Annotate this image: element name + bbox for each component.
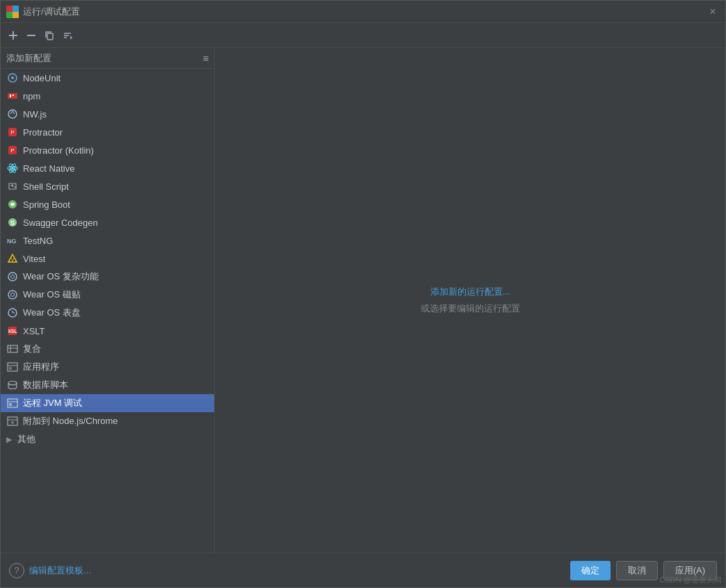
list-item[interactable]: Wear OS 磁贴 bbox=[1, 286, 214, 304]
cancel-button[interactable]: 取消 bbox=[616, 561, 658, 580]
dialog: 运行/调试配置 × bbox=[0, 0, 726, 588]
svg-rect-2 bbox=[6, 12, 13, 18]
wearos-complex-icon bbox=[6, 270, 19, 283]
list-item[interactable]: S Swagger Codegen bbox=[1, 213, 214, 231]
svg-point-6 bbox=[11, 76, 14, 79]
group-other-item[interactable]: ▶ 其他 bbox=[1, 430, 214, 448]
title-text: 运行/调试配置 bbox=[23, 6, 706, 18]
wearos-tile-icon bbox=[6, 288, 19, 301]
add-config-label: 添加新配置 bbox=[6, 52, 51, 65]
list-item[interactable]: Wear OS 表盘 bbox=[1, 304, 214, 322]
attach-node-label: 附加到 Node.js/Chrome bbox=[23, 415, 118, 427]
composite-label: 复合 bbox=[23, 343, 41, 355]
swagger-icon: S bbox=[6, 216, 19, 229]
remote-jvm-label: 远程 JVM 调试 bbox=[23, 397, 82, 409]
swagger-label: Swagger Codegen bbox=[23, 218, 98, 228]
main-content: 添加新配置 ≡ NodeUnit npm bbox=[1, 48, 725, 553]
spring-boot-icon bbox=[6, 198, 19, 211]
list-item[interactable]: P Protractor bbox=[1, 123, 214, 141]
group-arrow-icon: ▶ bbox=[6, 435, 16, 444]
svg-rect-0 bbox=[6, 6, 13, 12]
svg-point-29 bbox=[11, 275, 15, 279]
xslt-label: XSLT bbox=[23, 326, 45, 336]
shell-script-icon bbox=[6, 180, 19, 193]
svg-point-43 bbox=[8, 382, 17, 385]
list-item[interactable]: React Native bbox=[1, 159, 214, 177]
right-panel: 添加新的运行配置... 或选择要编辑的运行配置 bbox=[215, 48, 725, 553]
testng-label: TestNG bbox=[23, 236, 53, 246]
group-other-label: 其他 bbox=[17, 433, 35, 446]
svg-point-15 bbox=[11, 167, 14, 170]
add-config-link[interactable]: 添加新的运行配置... bbox=[430, 286, 510, 298]
wearos-watch-label: Wear OS 表盘 bbox=[23, 307, 81, 319]
list-item[interactable]: NW.js bbox=[1, 105, 214, 123]
spring-boot-label: Spring Boot bbox=[23, 199, 70, 210]
list-item[interactable]: P Protractor (Kotlin) bbox=[1, 141, 214, 159]
svg-point-30 bbox=[8, 291, 17, 299]
protractor-icon: P bbox=[6, 126, 19, 138]
list-item[interactable]: NodeUnit bbox=[1, 69, 214, 87]
shell-script-label: Shell Script bbox=[23, 181, 69, 192]
wearos-complex-label: Wear OS 复杂功能 bbox=[23, 270, 99, 283]
nodeunit-icon bbox=[6, 72, 19, 84]
svg-rect-37 bbox=[8, 345, 17, 352]
svg-marker-20 bbox=[10, 184, 13, 187]
watermark: CSDN @遥夜人间 bbox=[660, 575, 722, 585]
svg-point-50 bbox=[11, 421, 14, 424]
config-list: NodeUnit npm NW.js P bbox=[1, 69, 214, 553]
svg-text:NG: NG bbox=[7, 238, 17, 245]
collapse-icon[interactable]: ≡ bbox=[203, 53, 209, 64]
confirm-button[interactable]: 确定 bbox=[570, 561, 611, 580]
composite-icon bbox=[6, 343, 19, 355]
list-item[interactable]: V Vitest bbox=[1, 250, 214, 268]
remote-jvm-item[interactable]: 远程 JVM 调试 bbox=[1, 394, 214, 412]
list-item[interactable]: npm bbox=[1, 87, 214, 105]
edit-template-link[interactable]: 编辑配置模板... bbox=[29, 564, 91, 577]
svg-rect-47 bbox=[9, 403, 12, 406]
npm-icon bbox=[6, 90, 19, 102]
nodeunit-label: NodeUnit bbox=[23, 73, 60, 83]
svg-text:P: P bbox=[10, 147, 14, 154]
list-item[interactable]: Shell Script bbox=[1, 177, 214, 195]
vitest-label: Vitest bbox=[23, 254, 45, 264]
list-item[interactable]: Wear OS 复杂功能 bbox=[1, 268, 214, 286]
list-item[interactable]: 复合 bbox=[1, 340, 214, 358]
svg-rect-8 bbox=[10, 95, 11, 97]
protractor-label: Protractor bbox=[23, 127, 63, 138]
svg-text:XSL: XSL bbox=[8, 329, 17, 334]
title-bar: 运行/调试配置 × bbox=[1, 1, 725, 23]
svg-rect-1 bbox=[13, 6, 19, 12]
remove-button[interactable] bbox=[23, 27, 40, 44]
svg-text:S: S bbox=[10, 220, 15, 227]
list-item[interactable]: XSL XSLT bbox=[1, 322, 214, 340]
list-item[interactable]: NG TestNG bbox=[1, 231, 214, 250]
hint-text: 或选择要编辑的运行配置 bbox=[421, 302, 520, 315]
add-button[interactable] bbox=[5, 27, 22, 44]
sort-button[interactable] bbox=[59, 27, 76, 44]
db-script-icon bbox=[6, 379, 19, 391]
list-item[interactable]: 附加到 Node.js/Chrome bbox=[1, 412, 214, 430]
testng-icon: NG bbox=[6, 234, 19, 247]
help-button[interactable]: ? bbox=[9, 563, 24, 578]
protractor-kotlin-icon: P bbox=[6, 144, 19, 156]
nwjs-label: NW.js bbox=[23, 109, 47, 120]
svg-text:P: P bbox=[10, 129, 14, 136]
close-button[interactable]: × bbox=[706, 5, 720, 19]
svg-rect-9 bbox=[13, 95, 14, 96]
react-native-icon bbox=[6, 162, 19, 174]
wearos-tile-label: Wear OS 磁贴 bbox=[23, 288, 81, 301]
add-config-header: 添加新配置 ≡ bbox=[1, 48, 214, 69]
react-native-label: React Native bbox=[23, 163, 74, 174]
list-item[interactable]: 数据库脚本 bbox=[1, 376, 214, 394]
svg-rect-4 bbox=[47, 33, 53, 40]
copy-button[interactable] bbox=[41, 27, 58, 44]
remote-jvm-icon bbox=[6, 397, 19, 409]
attach-node-icon bbox=[6, 415, 19, 427]
wearos-watch-icon bbox=[6, 307, 19, 319]
xslt-icon: XSL bbox=[6, 325, 19, 337]
list-item[interactable]: Spring Boot bbox=[1, 195, 214, 213]
bottom-panel: ? 编辑配置模板... 确定 取消 应用(A) bbox=[1, 553, 725, 587]
npm-label: npm bbox=[23, 91, 40, 101]
list-item[interactable]: 应用程序 bbox=[1, 358, 214, 376]
left-panel: 添加新配置 ≡ NodeUnit npm bbox=[1, 48, 215, 553]
